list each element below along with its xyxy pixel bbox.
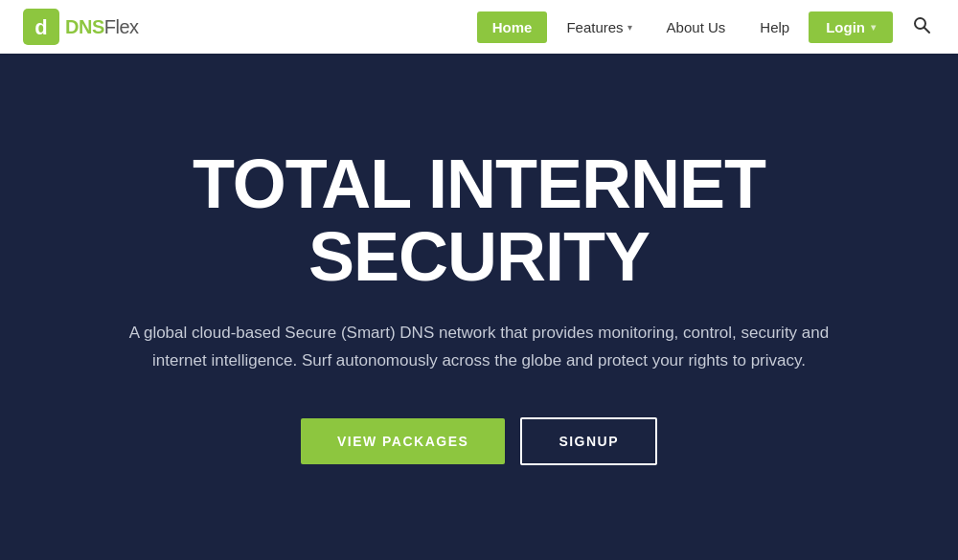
svg-line-3 xyxy=(924,27,930,33)
hero-buttons: VIEW PACKAGES SIGNUP xyxy=(301,417,657,465)
logo-icon: d xyxy=(23,9,59,45)
hero-section: TOTAL INTERNET SECURITY A global cloud-b… xyxy=(0,54,958,560)
search-icon[interactable] xyxy=(908,11,935,43)
brand-name: DNSFlex xyxy=(65,16,139,38)
hero-subtitle: A global cloud-based Secure (Smart) DNS … xyxy=(115,320,843,375)
logo[interactable]: d DNSFlex xyxy=(23,9,139,45)
nav-menu: Home Features ▾ About Us Help Login ▾ xyxy=(477,11,935,43)
nav-item-features[interactable]: Features ▾ xyxy=(551,11,647,43)
login-chevron-icon: ▾ xyxy=(871,22,876,33)
view-packages-button[interactable]: VIEW PACKAGES xyxy=(301,418,505,464)
nav-item-home[interactable]: Home xyxy=(477,11,548,43)
navbar: d DNSFlex Home Features ▾ About Us Help … xyxy=(0,0,958,54)
hero-title: TOTAL INTERNET SECURITY xyxy=(57,148,901,293)
login-button[interactable]: Login ▾ xyxy=(809,11,893,43)
signup-button[interactable]: SIGNUP xyxy=(520,417,657,465)
nav-item-help[interactable]: Help xyxy=(744,11,805,43)
features-chevron-icon: ▾ xyxy=(627,22,632,33)
nav-item-about[interactable]: About Us xyxy=(651,11,741,43)
svg-text:d: d xyxy=(34,15,47,39)
